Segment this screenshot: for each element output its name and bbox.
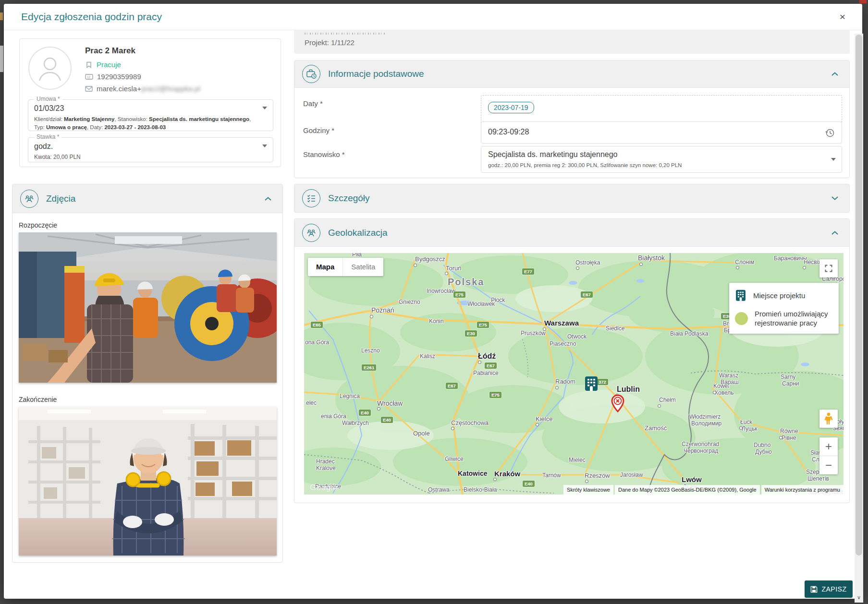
stanowisko-label: Stanowisko * bbox=[303, 150, 345, 158]
map-city-label: Biała Podlaska bbox=[670, 331, 708, 337]
fullscreen-button[interactable] bbox=[819, 259, 838, 278]
people-group-icon bbox=[20, 190, 38, 208]
background-fragment-red bbox=[859, 0, 867, 3]
checklist-icon bbox=[302, 189, 320, 207]
daty-label: Daty * bbox=[303, 99, 323, 108]
keyboard-shortcuts-link[interactable]: Skróty klawiszowe bbox=[563, 485, 613, 495]
daty-field[interactable]: 2023-07-19 bbox=[481, 95, 842, 125]
location-pin-icon[interactable] bbox=[611, 394, 625, 412]
map-city-label: Opole bbox=[413, 430, 430, 436]
map-city-dot bbox=[739, 426, 743, 430]
close-icon[interactable]: × bbox=[836, 11, 849, 23]
zoom-in-button[interactable]: + bbox=[819, 437, 838, 456]
route-shield: E65 bbox=[311, 322, 323, 328]
map-city-dot bbox=[445, 272, 448, 275]
history-clock-icon[interactable] bbox=[825, 128, 835, 138]
stawka-label: Stawka * bbox=[34, 133, 61, 140]
worker-phone: 19290359989 bbox=[97, 72, 141, 81]
fullscreen-icon bbox=[824, 264, 833, 273]
briefcase-clock-icon bbox=[302, 65, 320, 83]
end-photo[interactable] bbox=[19, 407, 277, 556]
legend-row-radius: Promień umożliwiający rejestrowanie prac… bbox=[735, 310, 833, 328]
map-city-label: Łódź bbox=[478, 352, 496, 360]
map-city-label: Wrocław bbox=[377, 400, 403, 407]
photos-section-header[interactable]: Zdjęcia bbox=[12, 184, 282, 213]
map-city-label: Ostrawa bbox=[428, 487, 450, 493]
geolocation-section-header[interactable]: Geolokalizacja bbox=[294, 219, 849, 247]
project-label: Projekt: 1/11/22 bbox=[305, 38, 355, 47]
map-city-label: Otwock bbox=[567, 334, 587, 339]
pegman-button[interactable] bbox=[819, 410, 838, 428]
umowa-select[interactable]: Umowa * 01/03/23 Klient/dział: Marketing… bbox=[28, 99, 273, 131]
scrollbar-thumb[interactable] bbox=[856, 35, 862, 556]
start-photo[interactable] bbox=[19, 232, 277, 383]
map-city-label: Kralove bbox=[316, 465, 336, 471]
basic-info-panel: Informacje podstawowe Daty * 2023-07-19 … bbox=[294, 60, 850, 178]
map-city-label: Sarny bbox=[781, 374, 795, 380]
scrollbar-down-arrow[interactable]: ∨ bbox=[855, 592, 863, 603]
map-city-label: Червоноград bbox=[684, 448, 718, 454]
map-city-label: Mielec bbox=[569, 457, 586, 463]
umowa-description: Klient/dział: Marketing Stajenny, Stanow… bbox=[34, 115, 254, 131]
map-city-label: Рівне bbox=[782, 435, 796, 441]
project-building-marker[interactable] bbox=[584, 376, 599, 392]
map-city-label: Częstochowa bbox=[451, 420, 489, 426]
map-type-satelita-button[interactable]: Satelita bbox=[342, 258, 383, 276]
terms-link[interactable]: Warunki korzystania z programu bbox=[761, 485, 844, 495]
legend-project-label: Miejsce projektu bbox=[753, 291, 805, 301]
floppy-disk-icon bbox=[810, 586, 818, 593]
modal-title: Edycja zgłoszenia godzin pracy bbox=[21, 11, 162, 23]
map-city-label: Шепетів bbox=[807, 476, 829, 482]
map-city-dot bbox=[658, 404, 661, 408]
stawka-select[interactable]: Stawka * godz. Kwota: 20,00 PLN bbox=[28, 137, 273, 162]
map-city-label: Bydgoszcz bbox=[415, 256, 445, 262]
map-city-label: Слонім bbox=[735, 259, 754, 265]
map-canvas[interactable]: PiłaBydgoszczToruńOstrołękaBiałystokСлон… bbox=[304, 253, 844, 495]
route-shield: E77 bbox=[522, 268, 534, 275]
map-city-label: Warasz bbox=[719, 373, 738, 378]
bookmark-icon bbox=[85, 61, 93, 69]
map-city-label: Wałbrzych bbox=[342, 420, 369, 426]
map-city-dot bbox=[576, 266, 579, 270]
stanowisko-select[interactable]: Specjalista ds. marketingu stajennego go… bbox=[481, 146, 842, 173]
map-city-label: Kielce bbox=[536, 416, 552, 422]
map-type-control: MapaSatelita bbox=[308, 258, 383, 276]
map-legend: Miejsce projektu Promień umożliwiający r… bbox=[729, 283, 839, 334]
background-fragment-light bbox=[0, 46, 3, 72]
chevron-down-icon bbox=[262, 145, 267, 147]
scrollbar-track[interactable] bbox=[855, 34, 863, 592]
photos-title: Zdjęcia bbox=[46, 193, 75, 204]
map-city-label: Ostrołęka bbox=[575, 260, 600, 266]
stawka-sub: Kwota: 20,00 PLN bbox=[34, 153, 254, 161]
map-city-label: Барановичы bbox=[774, 255, 807, 261]
details-panel: Szczegóły bbox=[294, 184, 850, 213]
godziny-input[interactable]: 09:23-09:28 bbox=[481, 121, 842, 144]
map-city-label: Poznań bbox=[371, 307, 394, 314]
map-city-label: Białystok bbox=[638, 254, 665, 261]
project-info-box: Projekt: 1/11/22 bbox=[294, 27, 850, 54]
zoom-control: + − bbox=[819, 437, 838, 474]
map-city-dot bbox=[543, 327, 546, 331]
map-city-label: Płock bbox=[491, 297, 505, 303]
envelope-icon bbox=[85, 85, 93, 93]
map-city-dot bbox=[639, 263, 643, 266]
map-city-label: Bielsko-Biała bbox=[464, 487, 497, 493]
modal-header: Edycja zgłoszenia godzin pracy × bbox=[4, 4, 862, 30]
chevron-up-icon bbox=[264, 196, 272, 201]
chevron-down-icon bbox=[831, 158, 836, 161]
basic-info-section-header[interactable]: Informacje podstawowe bbox=[294, 60, 849, 88]
map-type-mapa-button[interactable]: Mapa bbox=[308, 258, 342, 276]
geolocation-title: Geolokalizacja bbox=[328, 228, 388, 238]
zoom-out-button[interactable]: − bbox=[819, 456, 838, 474]
map-city-dot bbox=[713, 391, 716, 394]
map-city-dot bbox=[493, 478, 497, 481]
map-city-label: Równe bbox=[780, 428, 798, 434]
map-city-dot bbox=[536, 423, 539, 426]
save-button[interactable]: ZAPISZ bbox=[805, 580, 853, 598]
edit-work-hours-modal: Edycja zgłoszenia godzin pracy × Prac 2 … bbox=[4, 4, 862, 599]
basic-info-title: Informacje podstawowe bbox=[328, 69, 424, 79]
date-chip[interactable]: 2023-07-19 bbox=[488, 102, 534, 113]
details-section-header[interactable]: Szczegóły bbox=[294, 184, 849, 212]
pegman-icon bbox=[825, 412, 832, 425]
screenshot-stage: Edycja zgłoszenia godzin pracy × Prac 2 … bbox=[0, 0, 868, 604]
